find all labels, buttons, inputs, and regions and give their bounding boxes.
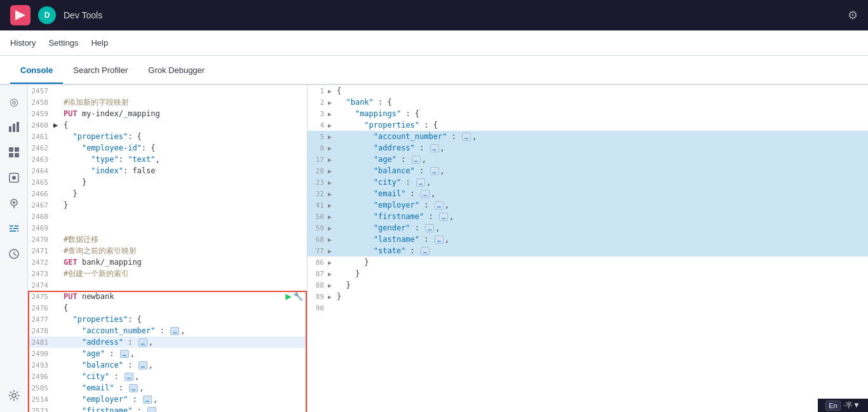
code-line-highlighted: 2481 "address" : …, <box>28 336 307 348</box>
code-line: 2458#添加新的字段映射 <box>28 96 307 108</box>
code-line-2475: 2475 PUT newbank ▶ 🔧 <box>28 291 307 302</box>
code-line: 2469 <box>28 222 307 234</box>
sidebar-icon-discover[interactable]: ◎ <box>3 90 25 113</box>
code-line: 2465 } <box>28 176 307 188</box>
out-line: 86▶ } <box>308 256 868 268</box>
code-line: 2468 <box>28 211 307 222</box>
menu-history[interactable]: History <box>10 33 36 53</box>
code-line: 2459PUT my-index/_mapping <box>28 108 307 119</box>
code-line: 2460▶{ <box>28 119 307 131</box>
code-line: 2490 "age" : …, <box>28 348 307 359</box>
svg-point-10 <box>13 201 15 204</box>
code-line: 2464 "index": false <box>28 165 307 176</box>
output-scroll[interactable]: 1▶{ 2▶ "bank" : { 3▶ "mappings" : { 4▶ "… <box>308 85 868 412</box>
wrench-icon[interactable]: 🔧 <box>293 291 303 302</box>
svg-point-8 <box>12 176 16 180</box>
code-line: 2471#查询之前的索引映射 <box>28 245 307 256</box>
svg-rect-0 <box>9 126 11 132</box>
svg-rect-1 <box>13 124 15 132</box>
run-button[interactable]: ▶ <box>285 291 292 302</box>
code-line: 2463 "type": "text", <box>28 154 307 165</box>
app-title: Dev Tools <box>64 10 840 20</box>
out-line-highlighted: 17▶ "age" : …, <box>308 154 868 165</box>
out-line-highlighted: 77▶ "state" : … <box>308 245 868 256</box>
out-line: 3▶ "mappings" : { <box>308 108 868 119</box>
code-line: 2461 "properties": { <box>28 131 307 142</box>
code-line: 2474 <box>28 279 307 291</box>
editor-pane[interactable]: 2457 2458#添加新的字段映射 2459PUT my-index/_map… <box>28 85 308 412</box>
app-avatar: D <box>38 6 56 24</box>
sidebar-icon-monitoring[interactable] <box>3 243 25 265</box>
tab-console[interactable]: Console <box>10 58 63 84</box>
out-line-highlighted: 23▶ "city" : …, <box>308 176 868 188</box>
out-line: 4▶ "properties" : { <box>308 119 868 131</box>
code-line: 2472GET bank/_mapping <box>28 256 307 268</box>
code-line: 2457 <box>28 85 307 96</box>
code-line: 2505 "email" : …, <box>28 382 307 394</box>
keyboard-lang-badge[interactable]: En <box>825 401 840 411</box>
out-line: 90 <box>308 302 868 314</box>
code-line: 2476{ <box>28 302 307 314</box>
code-line: 2467} <box>28 199 307 211</box>
sidebar-icon-maps[interactable] <box>3 192 25 215</box>
svg-rect-3 <box>9 147 13 152</box>
svg-rect-4 <box>15 147 19 152</box>
out-line: 88▶ } <box>308 279 868 291</box>
out-line-highlighted: 32▶ "email" : …, <box>308 188 868 199</box>
out-line-highlighted: 59▶ "gender" : …, <box>308 222 868 234</box>
tab-search-profiler[interactable]: Search Profiler <box>63 58 138 84</box>
menu-bar: History Settings Help <box>0 30 868 56</box>
out-line: 1▶{ <box>308 85 868 96</box>
gear-icon[interactable]: ⚙ <box>848 8 858 22</box>
content-area: 2457 2458#添加新的字段映射 2459PUT my-index/_map… <box>28 85 868 412</box>
out-line-highlighted: 68▶ "lastname" : …, <box>308 234 868 245</box>
output-pane: 1▶{ 2▶ "bank" : { 3▶ "mappings" : { 4▶ "… <box>308 85 868 412</box>
code-line: 2462 "employee-id": { <box>28 142 307 154</box>
code-line: 2466 } <box>28 188 307 199</box>
sidebar-icon-visualize[interactable] <box>3 116 25 138</box>
status-extra: ·半▼ <box>843 400 860 411</box>
out-line: 2▶ "bank" : { <box>308 96 868 108</box>
out-line-highlighted: 50▶ "firstname" : …, <box>308 211 868 222</box>
out-line-highlighted: 8▶ "address" : …, <box>308 142 868 154</box>
out-line: 89▶} <box>308 291 868 302</box>
left-sidebar: ◎ <box>0 85 28 412</box>
menu-settings[interactable]: Settings <box>48 33 78 53</box>
svg-rect-5 <box>9 153 13 157</box>
app-logo <box>10 5 31 25</box>
out-line-highlighted: 41▶ "employer" : …, <box>308 199 868 211</box>
code-line: 2477 "properties": { <box>28 314 307 325</box>
code-line: 2523 "firstname" : …, <box>28 405 307 412</box>
code-line: 2496 "city" : …, <box>28 371 307 382</box>
out-line-highlighted: 5▶ "account_number" : …, <box>308 131 868 142</box>
menu-help[interactable]: Help <box>91 33 108 53</box>
out-line: 87▶ } <box>308 268 868 279</box>
tab-grok-debugger[interactable]: Grok Debugger <box>138 58 215 84</box>
out-line-highlighted: 20▶ "balance" : …, <box>308 165 868 176</box>
status-bar: En ·半▼ <box>818 399 868 412</box>
code-line: 2478 "account_number" : …, <box>28 325 307 336</box>
svg-point-11 <box>12 394 16 397</box>
sidebar-icon-devtools[interactable] <box>3 217 25 240</box>
code-line: 2470#数据迁移 <box>28 234 307 245</box>
sidebar-icon-management[interactable] <box>3 384 25 407</box>
tabs-bar: Console Search Profiler Grok Debugger <box>0 56 868 85</box>
sidebar-icon-canvas[interactable] <box>3 166 25 189</box>
code-line: 2473#创建一个新的索引 <box>28 268 307 279</box>
sidebar-icon-dashboard[interactable] <box>3 141 25 164</box>
svg-rect-2 <box>17 122 19 132</box>
editor-scroll[interactable]: 2457 2458#添加新的字段映射 2459PUT my-index/_map… <box>28 85 307 412</box>
svg-rect-6 <box>15 153 19 157</box>
code-line: 2514 "employer" : …, <box>28 394 307 405</box>
top-bar: D Dev Tools ⚙ <box>0 0 868 30</box>
code-line: 2493 "balance" : …, <box>28 359 307 371</box>
